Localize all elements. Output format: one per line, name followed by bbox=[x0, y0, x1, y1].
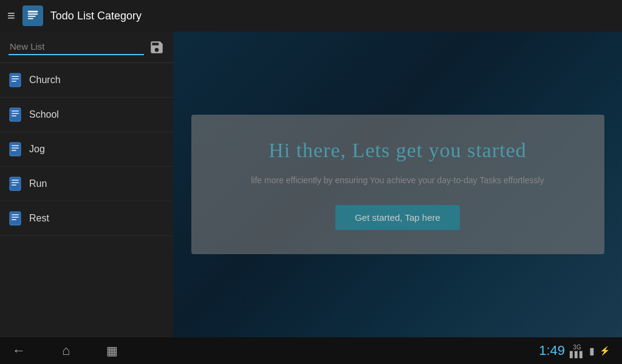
content-area: Hi there, Lets get you started life more… bbox=[173, 32, 622, 337]
app-logo-icon bbox=[26, 9, 39, 22]
back-icon[interactable]: ← bbox=[12, 343, 26, 359]
get-started-button[interactable]: Get started, Tap here bbox=[335, 205, 460, 230]
svg-rect-6 bbox=[12, 78, 19, 79]
svg-rect-17 bbox=[12, 180, 19, 181]
status-area: 1:49 3G ▋▋▋ ▮ ⚡ bbox=[539, 343, 610, 359]
svg-rect-2 bbox=[28, 16, 36, 17]
sidebar-item-school[interactable]: School bbox=[0, 98, 173, 132]
church-list-icon bbox=[9, 72, 22, 88]
svg-rect-19 bbox=[12, 184, 16, 186]
welcome-subtitle: life more efficiently by ensuring You ac… bbox=[251, 174, 544, 187]
signal-bars: ▋▋▋ bbox=[570, 351, 584, 358]
rest-label: Rest bbox=[29, 213, 49, 224]
svg-rect-21 bbox=[12, 214, 19, 215]
save-button[interactable] bbox=[149, 39, 165, 55]
new-list-input[interactable] bbox=[9, 39, 144, 55]
svg-rect-16 bbox=[10, 177, 21, 190]
charging-icon: ⚡ bbox=[600, 346, 610, 356]
save-icon bbox=[149, 39, 165, 55]
church-label: Church bbox=[29, 75, 61, 86]
network-label: 3G bbox=[573, 344, 581, 351]
school-label: School bbox=[29, 109, 59, 120]
sidebar-item-church[interactable]: Church bbox=[0, 63, 173, 98]
svg-rect-15 bbox=[12, 150, 16, 151]
hamburger-icon[interactable]: ≡ bbox=[7, 8, 15, 24]
run-list-icon bbox=[9, 176, 22, 192]
svg-rect-4 bbox=[10, 73, 21, 87]
time-display: 1:49 bbox=[539, 343, 565, 359]
svg-rect-13 bbox=[12, 145, 19, 146]
svg-rect-9 bbox=[12, 110, 19, 112]
battery-icon: ▮ bbox=[589, 345, 595, 357]
app-title: Todo List Category bbox=[50, 10, 142, 22]
sidebar-item-jog[interactable]: Jog bbox=[0, 132, 173, 167]
svg-rect-18 bbox=[12, 182, 19, 183]
svg-rect-0 bbox=[28, 11, 38, 13]
svg-rect-3 bbox=[28, 18, 33, 19]
rest-list-icon bbox=[9, 211, 22, 226]
recents-icon[interactable]: ▦ bbox=[106, 343, 118, 358]
svg-rect-20 bbox=[10, 212, 21, 225]
sidebar-items: Church School Jog bbox=[0, 63, 173, 236]
app-icon-wrap bbox=[22, 5, 43, 26]
svg-rect-7 bbox=[12, 81, 16, 82]
svg-rect-10 bbox=[12, 113, 19, 114]
svg-rect-14 bbox=[12, 147, 19, 149]
jog-label: Jog bbox=[29, 144, 45, 155]
svg-rect-11 bbox=[12, 115, 16, 116]
svg-rect-5 bbox=[12, 76, 19, 77]
svg-rect-12 bbox=[10, 143, 21, 156]
welcome-title: Hi there, Lets get you started bbox=[268, 139, 527, 162]
nav-icons: ← ⌂ ▦ bbox=[12, 343, 118, 359]
sidebar-item-rest[interactable]: Rest bbox=[0, 201, 173, 236]
school-list-icon bbox=[9, 107, 22, 123]
main-layout: Church School Jog bbox=[0, 32, 622, 337]
bottom-bar: ← ⌂ ▦ 1:49 3G ▋▋▋ ▮ ⚡ bbox=[0, 337, 622, 364]
run-label: Run bbox=[29, 178, 47, 189]
sidebar: Church School Jog bbox=[0, 32, 173, 337]
home-icon[interactable]: ⌂ bbox=[62, 343, 70, 359]
svg-rect-1 bbox=[28, 13, 38, 15]
svg-rect-8 bbox=[10, 108, 21, 121]
top-bar: ≡ Todo List Category bbox=[0, 0, 622, 32]
network-status: 3G ▋▋▋ bbox=[570, 344, 584, 358]
welcome-card: Hi there, Lets get you started life more… bbox=[191, 115, 604, 254]
jog-list-icon bbox=[9, 141, 22, 157]
new-list-row bbox=[0, 32, 173, 63]
svg-rect-23 bbox=[12, 219, 16, 220]
svg-rect-22 bbox=[12, 217, 19, 218]
sidebar-item-run[interactable]: Run bbox=[0, 167, 173, 201]
